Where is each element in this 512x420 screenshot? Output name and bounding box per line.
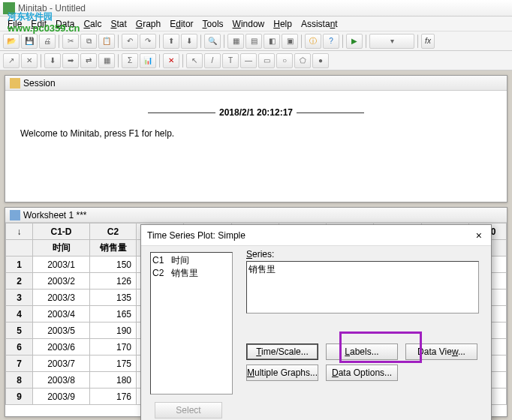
data-options-button[interactable]: Data Options...: [326, 364, 398, 381]
session-window: Session 2018/2/1 20:12:17 Welcome to Min…: [5, 75, 507, 202]
worksheet-window-icon: [10, 210, 20, 220]
next-icon[interactable]: ⬇: [181, 34, 197, 49]
dialog-titlebar[interactable]: Time Series Plot: Simple ×: [141, 225, 491, 246]
calc-icon[interactable]: Σ: [122, 53, 138, 68]
poly-icon[interactable]: ⬠: [294, 53, 311, 68]
graph-icon[interactable]: ◧: [264, 34, 280, 49]
variable-list[interactable]: C1 时间 C2 销售里: [150, 252, 233, 394]
find-icon[interactable]: 🔍: [204, 34, 221, 49]
menu-help[interactable]: Help: [269, 19, 297, 29]
info-icon[interactable]: ⓘ: [305, 34, 321, 49]
paste-icon[interactable]: 📋: [98, 34, 115, 49]
multiple-graphs-button[interactable]: Multiple Graphs...: [246, 364, 318, 381]
menu-window[interactable]: Window: [228, 19, 270, 29]
toolbar-1: 📂 💾 🖨 ✂ ⧉ 📋 ↶ ↷ ⬆ ⬇ 🔍 ▦ ▤ ◧ ▣ ⓘ ? ▶ ▾ fx: [0, 32, 512, 51]
stats-icon[interactable]: 📊: [140, 53, 156, 68]
menu-stat[interactable]: Stat: [106, 19, 131, 29]
menu-data[interactable]: Data: [51, 19, 79, 29]
time-scale-button[interactable]: Time/Scale...: [246, 344, 318, 360]
menu-calc[interactable]: Calc: [79, 19, 106, 29]
menu-graph[interactable]: Graph: [131, 19, 165, 29]
previous-icon[interactable]: ⬆: [163, 34, 179, 49]
undo-icon[interactable]: ↶: [122, 34, 138, 49]
worksheet-icon[interactable]: ▤: [245, 34, 262, 49]
menu-editor[interactable]: Editor: [165, 19, 197, 29]
open-icon[interactable]: 📂: [3, 34, 20, 49]
session-window-icon: [10, 78, 20, 88]
fx-icon[interactable]: fx: [421, 34, 435, 49]
session-header[interactable]: Session: [5, 76, 507, 91]
titlebar: Minitab - Untitled: [0, 0, 512, 16]
col-c1[interactable]: C1-D: [33, 224, 90, 240]
series-input[interactable]: 销售里: [246, 261, 479, 314]
toolbar-2: ↗ ✕ ⬇ ➡ ⇄ ▦ Σ 📊 ✕ ↖ / T — ▭ ○ ⬠ ●: [0, 51, 512, 70]
insert-row-icon[interactable]: ➡: [62, 53, 79, 68]
copy-icon[interactable]: ⧉: [80, 34, 97, 49]
time-series-dialog: Time Series Plot: Simple × C1 时间 C2 销售里 …: [140, 224, 492, 420]
worksheet-header[interactable]: Worksheet 1 ***: [5, 208, 507, 223]
assign-icon[interactable]: ↗: [3, 53, 20, 68]
dialog-title: Time Series Plot: Simple: [147, 230, 245, 241]
worksheet-title: Worksheet 1 ***: [23, 210, 87, 220]
circle-icon[interactable]: ○: [276, 53, 293, 68]
stack-icon[interactable]: ▦: [98, 53, 115, 68]
select-button: Select: [155, 402, 222, 418]
redo-icon[interactable]: ↷: [140, 34, 156, 49]
series-value: 销售里: [248, 263, 477, 276]
session-body: 2018/2/1 20:12:17 Welcome to Minitab, pr…: [5, 91, 507, 145]
pointer-icon[interactable]: ↖: [186, 53, 203, 68]
session-welcome: Welcome to Minitab, press F1 for help.: [20, 128, 492, 139]
app-icon: [3, 2, 15, 14]
cut-icon[interactable]: ✂: [62, 34, 79, 49]
list-item[interactable]: C2 销售里: [152, 267, 230, 280]
data-view-button[interactable]: Data View...: [405, 344, 477, 360]
labels-button[interactable]: Labels...: [326, 344, 398, 360]
print-icon[interactable]: 🖨: [39, 34, 56, 49]
main-area: Session 2018/2/1 20:12:17 Welcome to Min…: [0, 70, 512, 420]
list-item[interactable]: C1 时间: [152, 254, 230, 267]
save-icon[interactable]: 💾: [21, 34, 38, 49]
toolbar-combo[interactable]: ▾: [369, 34, 414, 49]
marker-icon[interactable]: ●: [312, 53, 329, 68]
menu-edit[interactable]: Edit: [26, 19, 51, 29]
edit-last-icon[interactable]: ▶: [346, 34, 363, 49]
menubar: File Edit Data Calc Stat Graph Editor To…: [0, 16, 512, 32]
project-icon[interactable]: ▣: [282, 34, 298, 49]
text-icon[interactable]: T: [222, 53, 239, 68]
col-arrow[interactable]: ↓: [6, 224, 33, 240]
close-icon[interactable]: ×: [473, 230, 485, 242]
menu-file[interactable]: File: [3, 19, 26, 29]
menu-tools[interactable]: Tools: [198, 19, 228, 29]
hdr-time[interactable]: 时间: [33, 240, 90, 256]
help-icon[interactable]: ?: [323, 34, 339, 49]
delete-icon[interactable]: ✕: [163, 53, 179, 68]
move-col-icon[interactable]: ⇄: [80, 53, 97, 68]
session-icon[interactable]: ▦: [227, 34, 244, 49]
hdr-sales[interactable]: 销售量: [90, 240, 137, 256]
rect-icon[interactable]: ▭: [258, 53, 275, 68]
menu-assistant[interactable]: Assistant: [297, 19, 342, 29]
line-icon[interactable]: —: [240, 53, 257, 68]
col-c2[interactable]: C2: [90, 224, 137, 240]
session-timestamp: 2018/2/1 20:12:17: [20, 106, 492, 118]
series-label: Series:: [246, 249, 274, 260]
clear-icon[interactable]: ✕: [21, 53, 38, 68]
brush-icon[interactable]: /: [204, 53, 221, 68]
insert-col-icon[interactable]: ⬇: [44, 53, 61, 68]
session-title: Session: [23, 78, 56, 88]
window-title: Minitab - Untitled: [18, 3, 86, 14]
